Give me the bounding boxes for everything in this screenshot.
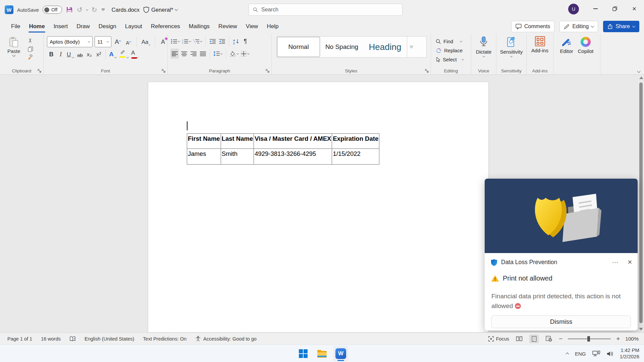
dlp-more-button[interactable]: ⋯	[612, 258, 619, 266]
proofing-button[interactable]	[69, 336, 76, 342]
scroll-up-arrow[interactable]	[639, 76, 643, 79]
align-center-button[interactable]	[180, 49, 188, 59]
autosave-toggle[interactable]: Off	[43, 6, 62, 14]
print-layout-button[interactable]	[529, 335, 539, 343]
zoom-slider-thumb[interactable]	[587, 336, 590, 342]
font-color-button[interactable]: A	[130, 49, 139, 59]
replace-button[interactable]: b c Replace	[436, 46, 471, 55]
line-spacing-button[interactable]	[213, 49, 223, 59]
copilot-button[interactable]: Copilot	[578, 37, 594, 54]
bold-button[interactable]: B	[47, 49, 56, 59]
zoom-level[interactable]: 100%	[625, 336, 639, 342]
clipboard-dialog-launcher[interactable]	[37, 69, 42, 73]
clock[interactable]: 1:42 PM 1/2/2026	[620, 347, 639, 360]
cut-button[interactable]: ✂	[27, 38, 34, 43]
select-button[interactable]: Select	[436, 55, 471, 64]
borders-button[interactable]	[240, 49, 250, 59]
clear-formatting-button[interactable]: A	[159, 37, 167, 47]
font-size-select[interactable]: 11	[95, 36, 111, 47]
save-button[interactable]	[66, 6, 73, 13]
customize-toolbar-button[interactable]	[102, 9, 105, 11]
superscript-button[interactable]: x²	[94, 49, 103, 59]
zoom-in-button[interactable]: +	[616, 335, 620, 343]
focus-mode-button[interactable]: Focus	[488, 336, 509, 342]
close-button[interactable]: ✕	[625, 0, 644, 17]
word-taskbar-button[interactable]: W	[333, 346, 348, 361]
redo-button[interactable]: ↻	[92, 6, 97, 13]
editor-button[interactable]: Editor	[560, 37, 573, 54]
tab-review[interactable]: Review	[214, 19, 241, 34]
header-card-number[interactable]: Visa / Master Card / AMEX	[254, 134, 332, 149]
tab-layout[interactable]: Layout	[121, 19, 147, 34]
decrease-indent-button[interactable]	[208, 36, 217, 46]
find-button[interactable]: Find	[436, 37, 471, 46]
subscript-button[interactable]: x₂	[85, 49, 94, 59]
sensitivity-label-button[interactable]: General*	[143, 6, 177, 13]
search-bar[interactable]	[249, 4, 402, 16]
scroll-down-arrow[interactable]	[639, 328, 643, 330]
cell-card-number[interactable]: 4929-3813-3266-4295	[254, 149, 332, 165]
increase-indent-button[interactable]	[218, 36, 226, 46]
minimize-button[interactable]	[586, 0, 605, 17]
style-no-spacing[interactable]: No Spacing	[320, 37, 363, 57]
zoom-slider[interactable]	[568, 339, 611, 339]
share-button[interactable]: Share	[603, 21, 639, 32]
file-explorer-button[interactable]	[314, 346, 330, 361]
highlight-button[interactable]	[118, 49, 129, 59]
document-page[interactable]: First Name Last Name Visa / Master Card …	[148, 82, 489, 333]
dlp-close-button[interactable]: ✕	[628, 259, 632, 266]
search-input[interactable]	[261, 7, 398, 13]
tab-view[interactable]: View	[241, 19, 263, 34]
undo-chevron-icon[interactable]	[86, 8, 88, 10]
header-first-name[interactable]: First Name	[187, 134, 221, 149]
multilevel-list-button[interactable]: 1ai	[193, 36, 203, 46]
collapse-ribbon-button[interactable]	[637, 70, 641, 73]
shading-button[interactable]	[229, 49, 239, 59]
sensitivity-button[interactable]: Sensitivity	[496, 36, 526, 57]
tab-design[interactable]: Design	[94, 19, 121, 34]
vertical-scrollbar[interactable]	[639, 76, 644, 333]
account-avatar[interactable]: U	[568, 4, 579, 14]
font-dialog-launcher[interactable]	[161, 69, 166, 73]
speaker-icon[interactable]	[607, 351, 613, 357]
cell-expiration[interactable]: 1/15/2022	[332, 149, 379, 165]
change-case-button[interactable]: Aa	[141, 37, 151, 47]
dismiss-button[interactable]: Dismiss	[491, 315, 631, 328]
network-icon[interactable]	[592, 351, 600, 357]
page-indicator[interactable]: Page 1 of 1	[7, 336, 32, 342]
start-button[interactable]	[296, 346, 311, 361]
comments-button[interactable]: Comments	[511, 21, 554, 32]
editing-mode-button[interactable]: Editing	[559, 21, 598, 32]
copy-button[interactable]	[28, 46, 33, 52]
justify-button[interactable]	[199, 49, 207, 59]
style-heading[interactable]: Heading	[363, 37, 407, 57]
bullet-list-button[interactable]	[170, 36, 180, 46]
sort-button[interactable]: AZ	[232, 36, 240, 46]
grow-font-button[interactable]: A	[113, 37, 122, 47]
italic-button[interactable]: I	[56, 49, 65, 59]
language-indicator[interactable]: English (United States)	[85, 336, 134, 342]
header-last-name[interactable]: Last Name	[221, 134, 254, 149]
undo-button[interactable]: ↺	[77, 6, 83, 13]
text-effects-button[interactable]: A	[108, 49, 117, 59]
font-name-select[interactable]: Aptos (Body)	[47, 36, 93, 47]
align-right-button[interactable]	[189, 49, 198, 59]
styles-dialog-launcher[interactable]	[425, 69, 429, 73]
tab-insert[interactable]: Insert	[49, 19, 72, 34]
dictate-button[interactable]: Dictate	[471, 36, 496, 57]
restore-button[interactable]	[605, 0, 625, 17]
style-normal[interactable]: Normal	[277, 37, 320, 57]
accessibility-status[interactable]: Accessibility: Good to go	[195, 336, 257, 342]
numbered-list-button[interactable]: 123	[181, 36, 192, 46]
text-predictions[interactable]: Text Predictions: On	[143, 336, 186, 342]
paste-button[interactable]: Paste	[7, 37, 20, 56]
tab-references[interactable]: References	[147, 19, 184, 34]
align-left-button[interactable]	[170, 49, 179, 59]
cell-first-name[interactable]: James	[187, 149, 221, 165]
styles-gallery-more-button[interactable]	[407, 37, 416, 57]
input-language[interactable]: ENG	[575, 351, 586, 357]
cell-last-name[interactable]: Smith	[221, 149, 254, 165]
format-painter-button[interactable]	[28, 54, 33, 60]
header-expiration[interactable]: Expiration Date	[332, 134, 379, 149]
read-mode-button[interactable]	[515, 335, 524, 343]
